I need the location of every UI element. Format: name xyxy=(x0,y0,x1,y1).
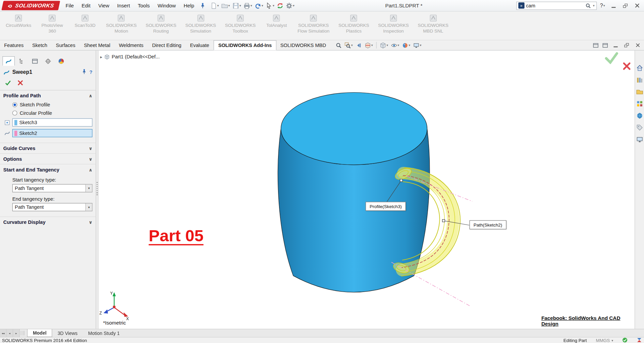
addin-tolanalyst[interactable]: TolAnalyst xyxy=(265,14,288,28)
custom-properties-icon[interactable] xyxy=(636,124,643,132)
chevron-down-icon[interactable]: ▾ xyxy=(371,43,373,47)
menu-tools[interactable]: Tools xyxy=(134,1,154,10)
chevron-down-icon[interactable]: ▾ xyxy=(217,4,219,7)
group-profile-and-path[interactable]: Profile and Path ∧ xyxy=(0,90,96,101)
open-document-button[interactable]: ▾ xyxy=(220,1,231,9)
breadcrumb-label[interactable]: Part1 (Default<<Def... xyxy=(112,54,160,59)
splitter-grip[interactable] xyxy=(97,182,98,195)
chevron-down-icon[interactable]: ▾ xyxy=(262,4,263,7)
search-icon[interactable] xyxy=(585,3,591,8)
confirmation-cancel-icon[interactable] xyxy=(623,62,631,71)
graphics-viewport[interactable]: Y X Z ▸ Part1 (Default<<Def... xyxy=(99,51,635,329)
tab-3d-views[interactable]: 3D Views xyxy=(52,329,83,337)
cancel-button[interactable] xyxy=(18,80,23,87)
previous-view-button[interactable] xyxy=(355,42,363,49)
chevron-down-icon[interactable]: ▾ xyxy=(420,43,421,47)
addin-flow-simulation[interactable]: SOLIDWORKSFlow Simulation xyxy=(298,14,329,34)
status-network-icon[interactable] xyxy=(637,337,642,343)
file-explorer-icon[interactable] xyxy=(636,88,643,96)
breadcrumb-arrow-icon[interactable]: ▸ xyxy=(100,54,102,59)
tab-surfaces[interactable]: Surfaces xyxy=(52,40,80,50)
breadcrumb[interactable]: ▸ Part1 (Default<<Def... xyxy=(100,54,160,59)
menu-help[interactable]: Help xyxy=(180,1,198,10)
addin-toolbox[interactable]: SOLIDWORKSToolbox xyxy=(225,14,256,34)
radio-circular-profile[interactable]: Circular Profile xyxy=(0,109,96,117)
collapse-icon[interactable]: ∧ xyxy=(89,93,93,98)
minimize-button[interactable] xyxy=(608,1,619,10)
help-button[interactable]: ? ▾ xyxy=(598,2,607,8)
options-button[interactable]: ▾ xyxy=(284,1,296,9)
tab-splitter-grip[interactable] xyxy=(20,331,24,335)
addin-scanto3d[interactable]: ScanTo3D xyxy=(73,14,97,28)
design-library-icon[interactable] xyxy=(636,77,643,85)
radio-sketch-profile[interactable]: Sketch Profile xyxy=(0,101,96,109)
search-input[interactable] xyxy=(526,3,583,8)
confirmation-ok-icon[interactable] xyxy=(604,52,619,65)
edit-appearance-button[interactable]: ▾ xyxy=(401,42,411,49)
radio-button[interactable] xyxy=(12,110,17,115)
tab-model[interactable]: Model xyxy=(27,329,52,337)
chevron-down-icon[interactable]: ▾ xyxy=(611,338,613,342)
chevron-down-icon[interactable]: ▾ xyxy=(386,43,388,47)
chevron-down-icon[interactable]: ▾ xyxy=(603,4,605,7)
addin-mbd-snl[interactable]: SOLIDWORKSMBD SNL xyxy=(418,14,448,34)
zoom-fit-button[interactable] xyxy=(335,42,342,49)
chevron-down-icon[interactable]: ▾ xyxy=(86,203,92,211)
tab-motion-study-1[interactable]: Motion Study 1 xyxy=(83,329,125,337)
tab-dimxpert-manager[interactable] xyxy=(42,56,54,66)
expand-icon[interactable]: ∨ xyxy=(89,219,93,225)
addin-circuitworks[interactable]: CircuitWorks xyxy=(6,14,31,28)
doc-restore-button[interactable] xyxy=(622,41,632,49)
menu-insert[interactable]: Insert xyxy=(113,1,133,10)
section-view-button[interactable]: ▾ xyxy=(364,42,374,49)
path-callout[interactable]: Path(Sketch2) xyxy=(470,220,506,229)
model-scene[interactable]: Y X Z xyxy=(99,51,635,329)
addin-simulation[interactable]: SOLIDWORKSSimulation xyxy=(185,14,216,34)
new-document-button[interactable]: ▾ xyxy=(209,1,220,9)
collapse-icon[interactable]: ∧ xyxy=(89,167,93,173)
menu-view[interactable]: View xyxy=(95,1,113,10)
mug-body[interactable] xyxy=(278,93,430,292)
ok-button[interactable] xyxy=(5,80,11,87)
keep-visible-pin-icon[interactable] xyxy=(81,68,87,76)
menu-file[interactable]: File xyxy=(62,1,77,10)
pane-layout-icon[interactable] xyxy=(601,41,609,49)
pane-layout-icon[interactable] xyxy=(591,41,600,49)
group-start-end-tangency[interactable]: Start and End Tangency ∧ xyxy=(0,164,96,175)
tab-solidworks-add-ins[interactable]: SOLIDWORKS Add-Ins xyxy=(214,40,276,50)
addin-plastics[interactable]: SOLIDWORKSPlastics xyxy=(338,14,369,34)
chevron-down-icon[interactable]: ▾ xyxy=(593,4,595,7)
tab-solidworks-mbd[interactable]: SOLIDWORKS MBD xyxy=(276,40,331,50)
tab-sheet-metal[interactable]: Sheet Metal xyxy=(80,40,115,50)
tab-display-manager[interactable] xyxy=(55,56,67,66)
group-curvature-display[interactable]: Curvature Display ∨ xyxy=(0,216,96,227)
appearances-scenes-icon[interactable] xyxy=(636,112,643,120)
search-scope-icon[interactable]: » xyxy=(518,2,524,8)
chevron-down-icon[interactable]: ▾ xyxy=(228,4,230,7)
mug-top-face[interactable] xyxy=(281,93,427,165)
profile-callout[interactable]: Profile(Sketch3) xyxy=(366,202,406,211)
tab-configuration-manager[interactable] xyxy=(29,56,41,66)
profile-selection-field[interactable]: Sketch3 xyxy=(12,118,93,127)
select-tool-button[interactable]: ▾ xyxy=(264,1,275,9)
chevron-down-icon[interactable]: ▾ xyxy=(86,185,92,192)
end-tangency-select[interactable]: Path Tangent ▾ xyxy=(12,203,93,211)
addin-motion[interactable]: SOLIDWORKSMotion xyxy=(106,14,137,34)
print-button[interactable]: ▾ xyxy=(242,1,253,9)
group-options[interactable]: Options ∨ xyxy=(0,153,96,164)
menu-edit[interactable]: Edit xyxy=(78,1,94,10)
close-button[interactable] xyxy=(632,1,642,10)
doc-minimize-button[interactable] xyxy=(610,41,621,49)
expand-icon[interactable]: ∨ xyxy=(89,156,93,162)
home-icon[interactable] xyxy=(636,64,643,72)
panel-splitter[interactable] xyxy=(96,51,99,329)
tab-evaluate[interactable]: Evaluate xyxy=(186,40,214,50)
forum-icon[interactable] xyxy=(636,136,643,144)
chevron-down-icon[interactable]: ▾ xyxy=(293,4,294,7)
save-button[interactable]: ▾ xyxy=(231,1,242,9)
zoom-area-button[interactable]: ▾ xyxy=(344,42,354,49)
tab-scroll-prev-button[interactable]: ◂ xyxy=(7,329,13,337)
help-label[interactable]: ? xyxy=(600,2,603,8)
tab-sketch[interactable]: Sketch xyxy=(28,40,52,50)
units-label[interactable]: MMGS xyxy=(596,338,610,343)
